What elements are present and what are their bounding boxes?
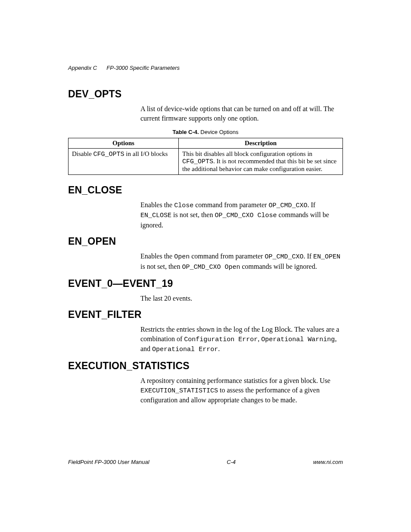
table-row: Disable CFG_OPTS in all I/O blocks This …: [68, 149, 343, 175]
footer-center: C-4: [227, 459, 236, 465]
page-footer: FieldPoint FP-3000 User Manual C-4 www.n…: [68, 459, 343, 465]
heading-en-open: EN_OPEN: [68, 236, 343, 247]
dev-opts-body: A list of device-wide options that can b…: [140, 104, 343, 123]
section-event-0-19: EVENT_0—EVENT_19 The last 20 events.: [68, 278, 343, 303]
device-options-table: Options Description Disable CFG_OPTS in …: [68, 138, 343, 175]
event-0-19-body: The last 20 events.: [140, 294, 343, 303]
heading-dev-opts: DEV_OPTS: [68, 88, 343, 100]
execution-statistics-body: A repository containing performance stat…: [140, 376, 343, 404]
heading-execution-statistics: EXECUTION_STATISTICS: [68, 360, 343, 372]
section-en-close: EN_CLOSE Enables the Close command from …: [68, 184, 343, 230]
footer-left: FieldPoint FP-3000 User Manual: [68, 459, 149, 465]
section-event-filter: EVENT_FILTER Restricts the entries shown…: [68, 309, 343, 354]
heading-event-0-19: EVENT_0—EVENT_19: [68, 278, 343, 289]
header-appendix: Appendix C: [68, 65, 97, 71]
heading-en-close: EN_CLOSE: [68, 184, 343, 196]
page-header: Appendix CFP-3000 Specific Parameters: [68, 65, 343, 71]
table-cell-option: Disable CFG_OPTS in all I/O blocks: [68, 149, 179, 175]
table-header-options: Options: [68, 138, 179, 149]
heading-event-filter: EVENT_FILTER: [68, 309, 343, 320]
footer-right: www.ni.com: [313, 459, 343, 465]
en-open-body: Enables the Open command from parameter …: [140, 252, 343, 272]
header-title: FP-3000 Specific Parameters: [106, 65, 180, 71]
table-cell-description: This bit disables all block configuratio…: [179, 149, 343, 175]
table-label-rest: Device Options: [200, 129, 238, 135]
table-header-description: Description: [179, 138, 343, 149]
table-caption: Table C-4. Device Options: [68, 129, 343, 135]
section-en-open: EN_OPEN Enables the Open command from pa…: [68, 236, 343, 272]
page: Appendix CFP-3000 Specific Parameters DE…: [0, 0, 411, 532]
event-filter-body: Restricts the entries shown in the log o…: [140, 325, 343, 354]
section-execution-statistics: EXECUTION_STATISTICS A repository contai…: [68, 360, 343, 404]
section-dev-opts: DEV_OPTS A list of device-wide options t…: [68, 88, 343, 175]
table-label-bold: Table C-4.: [173, 129, 199, 135]
en-close-body: Enables the Close command from parameter…: [140, 200, 343, 230]
